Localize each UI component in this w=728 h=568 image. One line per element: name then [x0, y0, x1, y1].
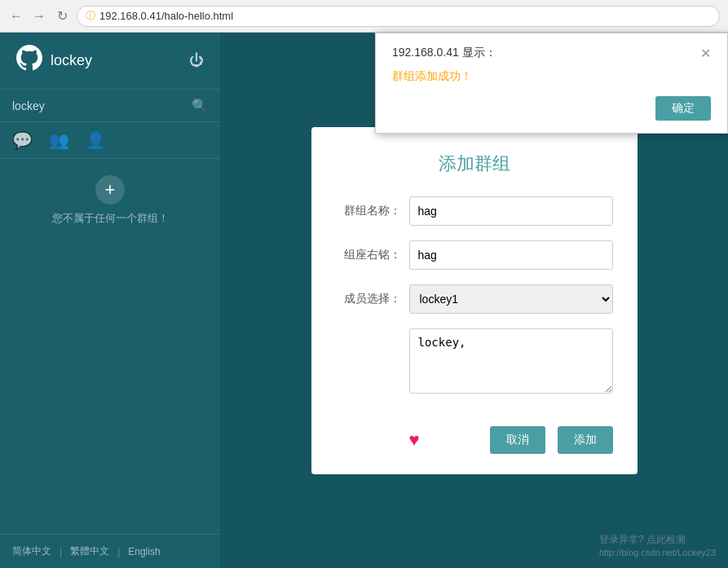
sidebar: lockey ⏻ 🔍 💬 👥 👤 + 您不属于任何一个群组！ 简体中文 | 繁體…	[0, 33, 220, 568]
github-icon	[16, 45, 42, 77]
modal-title: 添加群组	[336, 152, 613, 176]
modal-dialog: 添加群组 群组名称： 组座右铭： 成员选择： lockey1 lockey2	[311, 127, 638, 474]
heart-icon: ♥	[409, 429, 420, 451]
group-name-label: 群组名称：	[336, 204, 401, 218]
sidebar-search: 🔍	[0, 90, 220, 122]
group-seat-input[interactable]	[409, 240, 613, 270]
add-button[interactable]: 添加	[558, 426, 613, 454]
member-textarea[interactable]: lockey,	[409, 328, 613, 394]
reload-button[interactable]: ↻	[54, 8, 70, 24]
alert-title: 192.168.0.41 显示：	[392, 46, 496, 60]
member-select[interactable]: lockey1 lockey2	[409, 284, 613, 314]
sidebar-logo-area: lockey	[16, 45, 92, 77]
sidebar-add-group: + 您不属于任何一个群组！	[0, 159, 220, 242]
sidebar-tabs: 💬 👥 👤	[0, 122, 220, 159]
textarea-wrapper: lockey,	[409, 328, 613, 412]
alert-close-button[interactable]: ✕	[700, 46, 711, 61]
member-select-row: 成员选择： lockey1 lockey2	[336, 284, 613, 314]
alert-ok-button[interactable]: 确定	[655, 96, 711, 121]
cancel-button[interactable]: 取消	[490, 426, 545, 454]
footer-link-traditional[interactable]: 繁體中文	[70, 544, 109, 558]
back-button[interactable]: ←	[8, 8, 24, 24]
sidebar-title: lockey	[51, 52, 92, 69]
browser-chrome: ← → ↻ ⓘ 192.168.0.41/halo-hello.html	[0, 0, 728, 33]
group-name-row: 群组名称：	[336, 196, 613, 226]
member-select-label: 成员选择：	[336, 292, 401, 306]
users-tab[interactable]: 👥	[49, 130, 69, 150]
no-group-text: 您不属于任何一个群组！	[52, 211, 169, 226]
chat-tab[interactable]: 💬	[12, 130, 33, 150]
footer-link-simplified[interactable]: 简体中文	[12, 544, 51, 558]
add-group-button[interactable]: +	[95, 175, 125, 205]
alert-dialog: 192.168.0.41 显示： ✕ 群组添加成功！ 确定	[375, 33, 728, 134]
modal-buttons: ♥ 取消 添加	[409, 426, 613, 454]
alert-message: 群组添加成功！	[392, 69, 711, 84]
group-seat-row: 组座右铭：	[336, 240, 613, 270]
group-name-input[interactable]	[409, 196, 613, 226]
alert-header: 192.168.0.41 显示： ✕	[392, 46, 711, 61]
sidebar-header: lockey ⏻	[0, 33, 220, 90]
power-icon[interactable]: ⏻	[189, 52, 204, 69]
search-input[interactable]	[12, 99, 192, 112]
person-tab[interactable]: 👤	[86, 130, 106, 150]
sidebar-footer: 简体中文 | 繁體中文 | English	[0, 534, 220, 568]
footer-link-english[interactable]: English	[128, 546, 160, 557]
forward-button[interactable]: →	[31, 8, 47, 24]
security-icon: ⓘ	[86, 9, 95, 23]
search-icon: 🔍	[192, 98, 208, 113]
url-text: 192.168.0.41/halo-hello.html	[99, 10, 233, 22]
group-seat-label: 组座右铭：	[336, 248, 401, 262]
address-bar[interactable]: ⓘ 192.168.0.41/halo-hello.html	[77, 6, 720, 27]
